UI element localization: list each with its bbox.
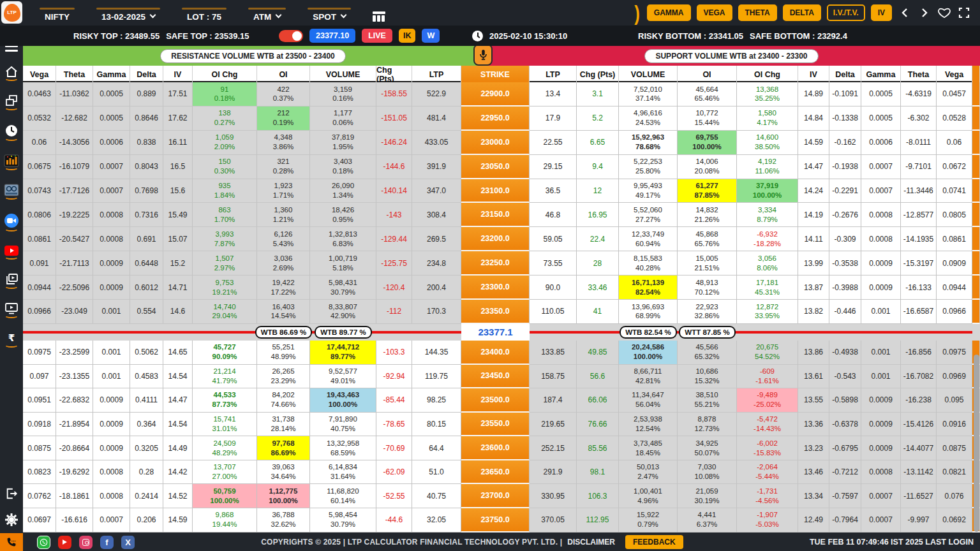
expiry-dropdown[interactable]: 13-02-2025 <box>96 4 160 22</box>
theta-button[interactable]: THETA <box>738 4 777 21</box>
w-button[interactable]: W <box>422 29 440 43</box>
call-chg-cell: -158.55 <box>376 82 412 107</box>
put-volume-cell: 12,33,74960.94% <box>619 227 678 251</box>
call-theta-cell: -23.1355 <box>56 365 93 389</box>
option-row-23100.0: 0.0743-17.71260.00070.769815.69351.84%1,… <box>23 179 980 203</box>
next-column-sliver <box>972 155 980 179</box>
x-icon[interactable]: X <box>121 536 135 549</box>
home-icon[interactable] <box>4 65 19 81</box>
settings-gear-icon[interactable] <box>4 513 19 529</box>
put-vega-cell: 0.076 <box>937 484 972 508</box>
header-put-vega: Vega <box>937 66 972 84</box>
call-iv-cell: 14.6 <box>163 300 193 324</box>
video-call-icon[interactable] <box>4 213 19 231</box>
positional-trading-icon[interactable] <box>4 154 19 170</box>
algo-trading-icon[interactable] <box>4 184 19 200</box>
live-badge[interactable]: LIVE <box>362 29 392 43</box>
live-class-icon[interactable] <box>4 302 19 318</box>
option-row-23400.0: 0.0975-23.25990.0010.506214.6545,72790.0… <box>23 341 980 365</box>
youtube-icon[interactable] <box>4 245 19 260</box>
put-chg-cell: 6.65 <box>577 131 619 155</box>
put-oi-chg-cell: -609-1.61% <box>737 365 798 389</box>
call-oi-cell: 39,06334.64% <box>257 460 310 485</box>
iv-button[interactable]: IV <box>871 4 892 21</box>
call-delta-cell: 0.889 <box>130 82 163 107</box>
strike-cell: 23700.0 <box>461 484 530 508</box>
atm-dropdown[interactable]: ATM <box>248 4 286 22</box>
vega-button[interactable]: VEGA <box>697 4 732 21</box>
call-theta-cell: -18.1861 <box>56 484 93 508</box>
call-oi-chg-cell: 9,75319.21% <box>193 276 257 300</box>
call-iv-cell: 16.11 <box>163 131 193 155</box>
put-vega-cell: 0.0741 <box>937 179 972 203</box>
put-theta-cell: -16.133 <box>901 276 937 300</box>
playlist-icon[interactable] <box>4 273 19 289</box>
call-oi-chg-cell: 3,9937.87% <box>193 227 257 251</box>
gamma-button[interactable]: GAMMA <box>647 4 691 21</box>
put-ltp-cell: 46.8 <box>530 203 577 227</box>
lot-tab[interactable]: LOT : 75 <box>182 4 226 22</box>
spot-dropdown[interactable]: SPOT <box>308 4 351 22</box>
put-theta-cell: -16.856 <box>901 341 937 365</box>
header-strike: STRIKE <box>461 66 530 84</box>
disclaimer-link[interactable]: DISCLAIMER <box>567 538 615 547</box>
mic-icon[interactable] <box>473 44 493 66</box>
call-iv-cell: 17.51 <box>163 82 193 107</box>
call-oi-cell: 84,20274.66% <box>257 388 310 413</box>
symbol-tab[interactable]: NIFTY <box>40 4 75 22</box>
delta-button[interactable]: DELTA <box>783 4 821 21</box>
put-chg-cell: 112.95 <box>577 508 619 533</box>
put-iv-cell: 13.86 <box>798 341 829 365</box>
call-theta-cell: -23.049 <box>56 300 93 324</box>
call-theta-cell: -20.5427 <box>56 227 93 251</box>
facebook-icon[interactable]: f <box>100 536 114 549</box>
rows-above-spot: 0.0463-11.03620.00050.88917.51910.18%422… <box>23 82 980 324</box>
call-theta-cell: -21.8954 <box>56 413 93 437</box>
clock-icon[interactable] <box>4 124 19 141</box>
put-vega-cell: 0.0457 <box>937 82 972 107</box>
call-iv-cell: 15.6 <box>163 179 193 203</box>
header-put-chg: Chg (Pts) <box>577 66 619 84</box>
grid-icon[interactable] <box>373 11 385 22</box>
strike-cell: 22950.0 <box>461 107 530 131</box>
live-toggle[interactable] <box>279 30 303 42</box>
youtube-icon[interactable] <box>58 536 71 549</box>
copyright-text: COPYRIGHTS © 2025 | LTP CALCULATOR FINAN… <box>261 538 562 547</box>
put-delta-cell: -0.4938 <box>829 341 861 365</box>
phone-icon[interactable] <box>0 533 23 551</box>
rupee-icon[interactable]: ₹ <box>4 332 19 348</box>
option-row-23650.0: 0.0823-19.62920.00080.2814.4213,70727.00… <box>23 460 980 485</box>
put-ltp-cell: 59.05 <box>530 227 577 251</box>
call-gamma-cell: 0.001 <box>93 341 130 365</box>
prev-arrow-icon[interactable] <box>898 6 912 20</box>
next-column-sliver <box>972 300 980 324</box>
heart-icon[interactable] <box>937 6 951 20</box>
vertical-scrollbar-thumb[interactable] <box>974 355 979 532</box>
call-delta-cell: 0.206 <box>130 508 163 533</box>
instagram-icon[interactable] <box>79 536 93 549</box>
ik-button[interactable]: IK <box>399 29 416 43</box>
call-theta-cell: -11.0362 <box>56 82 93 107</box>
windows-icon[interactable] <box>4 94 19 110</box>
spot-price-button[interactable]: 23377.10 <box>309 29 355 43</box>
put-iv-cell: 13.36 <box>798 413 829 437</box>
logout-icon[interactable] <box>5 487 18 503</box>
call-volume-cell: 18,4260.95% <box>310 203 376 227</box>
whatsapp-icon[interactable] <box>37 536 50 549</box>
call-iv-cell: 14.47 <box>163 388 193 413</box>
feedback-button[interactable]: FEEDBACK <box>625 535 683 549</box>
call-gamma-cell: 0.0005 <box>93 82 130 107</box>
header-call-vega: Vega <box>23 66 56 84</box>
fullscreen-icon[interactable] <box>957 6 971 20</box>
put-volume-cell: 50,0132.47% <box>619 460 678 485</box>
ivtv-button[interactable]: I.V./T.V. <box>827 4 865 21</box>
put-delta-cell: -0.6795 <box>829 436 861 460</box>
put-volume-cell: 8,15,58340.28% <box>619 251 678 276</box>
put-oi-cell: 22,92332.86% <box>678 300 737 324</box>
next-arrow-icon[interactable] <box>917 6 932 20</box>
put-oi-chg-cell: -9,489-25.02% <box>737 388 798 413</box>
put-chg-cell: 56.6 <box>577 365 619 389</box>
put-iv-cell: 14.19 <box>798 203 829 227</box>
call-gamma-cell: 0.0008 <box>93 227 130 251</box>
put-oi-chg-cell: 17,18145.31% <box>737 276 798 300</box>
